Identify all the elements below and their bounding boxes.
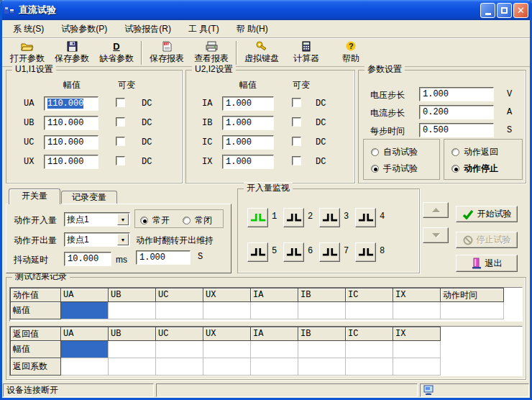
menu-tools[interactable]: 工 具(T) xyxy=(182,22,226,37)
voltage-step-input[interactable]: 1.000 xyxy=(419,87,494,101)
result-cell[interactable] xyxy=(346,358,393,376)
result-cell[interactable] xyxy=(156,341,203,358)
result-cell[interactable] xyxy=(346,302,393,319)
result-cell-selected[interactable] xyxy=(61,341,109,358)
contact-button-4[interactable] xyxy=(355,208,376,227)
col-header: UC xyxy=(156,288,203,302)
results-panel: 测试结果记录 动作值 UA UB UC UX IA IB IC IX 动作时间 … xyxy=(6,277,526,380)
maximize-button[interactable] xyxy=(497,3,512,18)
ix-amplitude-input[interactable]: 1.000 xyxy=(222,155,274,169)
action-return-radio[interactable]: 动作返回 xyxy=(451,146,498,158)
result-cell-selected[interactable] xyxy=(61,302,109,319)
open-params-button[interactable]: 打开参数 xyxy=(5,40,50,65)
ix-dc-checkbox[interactable] xyxy=(292,156,301,165)
contact-button-5[interactable] xyxy=(247,242,268,262)
minimize-button[interactable] xyxy=(480,3,495,18)
col-header: UA xyxy=(61,288,109,302)
action-input-combo[interactable]: 接点1 ▼ xyxy=(64,212,130,227)
result-cell[interactable] xyxy=(441,302,504,319)
default-params-button[interactable]: D 缺省参数 xyxy=(94,40,139,65)
ua-amplitude-input[interactable]: 110.000 xyxy=(44,96,98,111)
ic-dc-checkbox[interactable] xyxy=(292,137,301,146)
tab-switch-quantity[interactable]: 开关量 xyxy=(9,188,60,204)
step-time-input[interactable]: 0.500 xyxy=(419,123,494,137)
result-cell[interactable] xyxy=(298,302,346,319)
channel-label: IX xyxy=(202,157,212,167)
menu-help[interactable]: 帮 助(H) xyxy=(230,22,275,37)
status-bar: 设备连接断开 xyxy=(2,382,530,398)
result-cell[interactable] xyxy=(393,341,441,358)
tab-record-variable[interactable]: 记录变量 xyxy=(61,191,117,204)
save-report-button[interactable]: XSL 保存报表 xyxy=(145,40,189,65)
switch-tab-control: 开关量 记录变量 动作开入量 接点1 ▼ 动作开出量 接点1 ▼ 抖动延时 10… xyxy=(6,188,231,273)
ia-amplitude-input[interactable]: 1.000 xyxy=(222,96,274,111)
hold-time-input[interactable]: 1.000 xyxy=(136,250,191,265)
result-cell[interactable] xyxy=(109,358,156,376)
result-cell[interactable] xyxy=(298,341,346,358)
result-cell[interactable] xyxy=(393,302,441,319)
ub-amplitude-input[interactable]: 110.000 xyxy=(44,116,98,130)
jitter-delay-unit: ms xyxy=(116,255,127,265)
contact-open-icon xyxy=(322,212,338,223)
menu-test-params[interactable]: 试验参数(P) xyxy=(55,22,114,37)
result-cell[interactable] xyxy=(251,341,298,358)
view-report-button[interactable]: 查看报表 xyxy=(189,40,234,65)
manual-test-radio[interactable]: 手动试验 xyxy=(371,163,418,175)
close-button[interactable]: ✕ xyxy=(513,3,528,18)
normally-closed-radio[interactable]: 常闭 xyxy=(183,214,212,227)
result-cell[interactable] xyxy=(61,358,109,376)
uc-amplitude-input[interactable]: 110.000 xyxy=(44,135,98,150)
result-cell[interactable] xyxy=(156,358,203,376)
help-button[interactable]: ? 帮助 xyxy=(329,40,373,65)
maximize-icon xyxy=(501,7,508,14)
current-step-input[interactable]: 0.200 xyxy=(419,105,494,119)
ia-dc-checkbox[interactable] xyxy=(292,98,301,107)
result-cell[interactable] xyxy=(346,341,393,358)
chevron-down-icon: ▼ xyxy=(117,234,129,245)
ib-amplitude-input[interactable]: 1.000 xyxy=(222,116,274,130)
col-header: IA xyxy=(251,288,298,302)
result-cell[interactable] xyxy=(251,358,298,376)
result-cell[interactable] xyxy=(298,358,346,376)
contact-button-3[interactable] xyxy=(319,208,340,227)
action-output-combo[interactable]: 接点1 ▼ xyxy=(64,232,130,247)
dc-label: DC xyxy=(142,137,152,147)
result-cell[interactable] xyxy=(109,302,156,319)
auto-test-radio[interactable]: 自动试验 xyxy=(371,146,418,158)
ux-dc-checkbox[interactable] xyxy=(116,156,125,165)
result-cell[interactable] xyxy=(203,358,251,376)
toolbar-label: 虚拟键盘 xyxy=(244,53,279,65)
ic-amplitude-input[interactable]: 1.000 xyxy=(222,135,274,150)
jitter-delay-input[interactable]: 10.000 xyxy=(64,252,111,266)
result-cell[interactable] xyxy=(393,358,441,376)
contact-open-icon xyxy=(286,212,302,223)
result-cell[interactable] xyxy=(109,341,156,358)
param-panel: 参数设置 电压步长 1.000 V 电流步长 0.200 A 每步时间 0.50… xyxy=(358,70,526,183)
result-cell[interactable] xyxy=(251,302,298,319)
menu-bar: 系 统(S) 试验参数(P) 试验报告(R) 工 具(T) 帮 助(H) xyxy=(2,20,530,38)
result-cell[interactable] xyxy=(203,302,251,319)
ux-amplitude-input[interactable]: 110.000 xyxy=(44,155,98,169)
menu-system[interactable]: 系 统(S) xyxy=(6,22,50,37)
result-cell[interactable] xyxy=(203,341,251,358)
menu-test-report[interactable]: 试验报告(R) xyxy=(118,22,178,37)
col-header: IX xyxy=(393,288,441,302)
contact-button-6[interactable] xyxy=(283,242,304,262)
ua-dc-checkbox[interactable] xyxy=(116,98,125,107)
ib-dc-checkbox[interactable] xyxy=(292,117,301,127)
contact-button-2[interactable] xyxy=(283,208,304,227)
action-stop-radio[interactable]: 动作停止 xyxy=(451,163,498,175)
contact-button-7[interactable] xyxy=(319,242,340,262)
exit-button[interactable]: 退出 xyxy=(456,255,518,272)
dc-label: DC xyxy=(316,137,326,147)
start-test-button[interactable]: 开始试验 xyxy=(456,206,518,222)
contact-button-8[interactable] xyxy=(355,242,376,262)
contact-button-1[interactable] xyxy=(247,208,268,227)
normally-open-radio[interactable]: 常开 xyxy=(140,214,170,227)
calculator-button[interactable]: 计算器 xyxy=(284,40,329,65)
virtual-keyboard-button[interactable]: 虚拟键盘 xyxy=(239,40,284,65)
ub-dc-checkbox[interactable] xyxy=(116,117,125,127)
result-cell[interactable] xyxy=(156,302,203,319)
save-params-button[interactable]: 保存参数 xyxy=(50,40,94,65)
uc-dc-checkbox[interactable] xyxy=(116,137,125,146)
